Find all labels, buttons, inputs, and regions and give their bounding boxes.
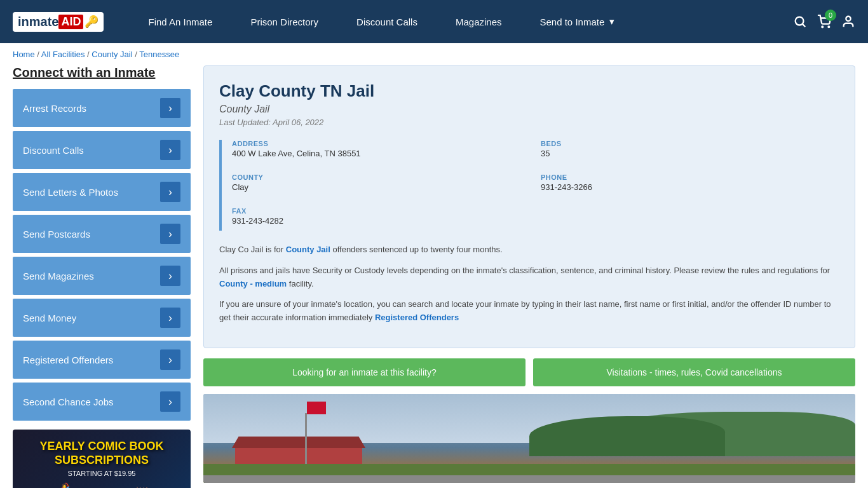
beds-label: BEDS [541, 140, 839, 147]
facility-type: County Jail [219, 104, 839, 115]
sidebar-item-registered-offenders[interactable]: Registered Offenders › [13, 341, 191, 379]
sidebar-item-label: Send Postcards [23, 229, 90, 240]
logo-container[interactable]: inmate AID 🔑 [13, 12, 104, 32]
sidebar-item-label: Registered Offenders [23, 355, 113, 365]
county-medium-link[interactable]: County - medium [219, 279, 287, 288]
main-layout: Connect with an Inmate Arrest Records › … [0, 65, 868, 488]
svg-point-4 [846, 17, 850, 21]
sidebar-title: Connect with an Inmate [13, 65, 191, 80]
facility-last-updated: Last Updated: April 06, 2022 [219, 118, 839, 127]
arrow-icon: › [160, 140, 180, 160]
sidebar-item-send-magazines[interactable]: Send Magazines › [13, 257, 191, 295]
content-area: Clay County TN Jail County Jail Last Upd… [203, 65, 855, 488]
dropdown-arrow-icon: ▾ [609, 16, 614, 27]
phone-label: PHONE [541, 173, 839, 181]
arrow-icon: › [160, 224, 180, 244]
search-button[interactable] [793, 15, 807, 29]
fax-info: FAX 931-243-4282 [232, 207, 531, 226]
photo-trees2 [529, 416, 725, 456]
facility-desc-1: Clay Co Jail is for County Jail offender… [219, 243, 839, 257]
county-jail-link-1[interactable]: County Jail [286, 245, 330, 254]
action-buttons: Looking for an inmate at this facility? … [203, 358, 855, 386]
ad-title: YEARLY COMIC BOOK SUBSCRIPTIONS [23, 440, 180, 467]
arrow-icon: › [160, 308, 180, 328]
arrow-icon: › [160, 391, 180, 412]
nav-magazines[interactable]: Magazines [437, 0, 521, 43]
svg-point-3 [828, 26, 829, 27]
user-button[interactable] [841, 15, 855, 29]
photo-flag [307, 402, 326, 414]
phone-value: 931-243-3266 [541, 182, 839, 192]
batman-icon: 🦇 [130, 482, 153, 488]
navbar-actions: 0 [793, 15, 855, 29]
address-value: 400 W Lake Ave, Celina, TN 38551 [232, 149, 531, 158]
arrow-icon: › [160, 182, 180, 202]
sidebar-item-send-postcards[interactable]: Send Postcards › [13, 215, 191, 253]
address-info: ADDRESS 400 W Lake Ave, Celina, TN 38551 [232, 140, 531, 158]
facility-info-grid: ADDRESS 400 W Lake Ave, Celina, TN 38551… [219, 140, 839, 231]
breadcrumb-county-jail[interactable]: County Jail [92, 50, 132, 59]
sidebar-item-label: Discount Calls [23, 145, 84, 156]
logo-icon: 🔑 [85, 15, 98, 29]
sidebar: Connect with an Inmate Arrest Records › … [13, 65, 191, 488]
photo-building-roof [232, 437, 365, 448]
nav-send-to-inmate[interactable]: Send to Inmate ▾ [521, 0, 634, 43]
advertisement[interactable]: YEARLY COMIC BOOK SUBSCRIPTIONS STARTING… [13, 430, 191, 488]
cart-badge: 0 [825, 10, 836, 21]
svg-line-1 [803, 24, 805, 27]
nav-prison-directory[interactable]: Prison Directory [231, 0, 337, 43]
breadcrumb-home[interactable]: Home [13, 50, 35, 59]
breadcrumb-all-facilities[interactable]: All Facilities [41, 50, 85, 59]
sidebar-item-send-letters[interactable]: Send Letters & Photos › [13, 173, 191, 211]
arrow-icon: › [160, 98, 180, 118]
visitations-button[interactable]: Visitations - times, rules, Covid cancel… [533, 358, 855, 386]
sidebar-item-second-chance-jobs[interactable]: Second Chance Jobs › [13, 383, 191, 421]
sidebar-item-label: Send Money [23, 313, 76, 323]
ad-characters: 🦸 🦇 [23, 482, 180, 488]
facility-desc-2: All prisons and jails have Security or C… [219, 264, 839, 291]
cart-button[interactable]: 0 [817, 15, 831, 29]
beds-info: BEDS 35 [541, 140, 839, 158]
arrow-icon: › [160, 349, 180, 370]
looking-for-inmate-button[interactable]: Looking for an inmate at this facility? [203, 358, 526, 386]
nav-discount-calls[interactable]: Discount Calls [337, 0, 437, 43]
beds-value: 35 [541, 149, 839, 158]
sidebar-item-label: Send Magazines [23, 271, 94, 281]
main-nav: Find An Inmate Prison Directory Discount… [129, 0, 793, 43]
breadcrumb: Home / All Facilities / County Jail / Te… [0, 43, 868, 65]
logo-aid: AID [58, 15, 83, 29]
svg-point-2 [822, 26, 823, 27]
photo-flag-pole [305, 413, 307, 464]
logo-text: inmate [18, 15, 58, 29]
nav-find-inmate[interactable]: Find An Inmate [129, 0, 231, 43]
sidebar-item-discount-calls[interactable]: Discount Calls › [13, 131, 191, 169]
facility-photo [203, 394, 855, 483]
fax-label: FAX [232, 207, 531, 215]
county-value: Clay [232, 182, 531, 192]
sidebar-item-label: Arrest Records [23, 103, 86, 114]
sidebar-item-arrest-records[interactable]: Arrest Records › [13, 89, 191, 127]
facility-name: Clay County TN Jail [219, 81, 839, 101]
superman-icon: 🦸 [51, 482, 74, 488]
arrow-icon: › [160, 266, 180, 286]
ad-subtitle: STARTING AT $19.95 [68, 470, 136, 477]
svg-point-0 [796, 17, 804, 25]
sidebar-item-label: Second Chance Jobs [23, 396, 114, 407]
address-label: ADDRESS [232, 140, 531, 147]
sidebar-item-label: Send Letters & Photos [23, 187, 118, 198]
breadcrumb-tennessee[interactable]: Tennessee [139, 50, 179, 59]
facility-desc-3: If you are unsure of your inmate's locat… [219, 298, 839, 325]
county-info: COUNTY Clay [232, 173, 531, 192]
photo-road [203, 475, 855, 483]
fax-value: 931-243-4282 [232, 216, 531, 226]
phone-info: PHONE 931-243-3266 [541, 173, 839, 192]
registered-offenders-link[interactable]: Registered Offenders [375, 313, 459, 322]
navbar: inmate AID 🔑 Find An Inmate Prison Direc… [0, 0, 868, 43]
facility-card: Clay County TN Jail County Jail Last Upd… [203, 65, 855, 348]
county-label: COUNTY [232, 173, 531, 181]
sidebar-item-send-money[interactable]: Send Money › [13, 299, 191, 337]
logo-box: inmate AID 🔑 [13, 12, 104, 32]
